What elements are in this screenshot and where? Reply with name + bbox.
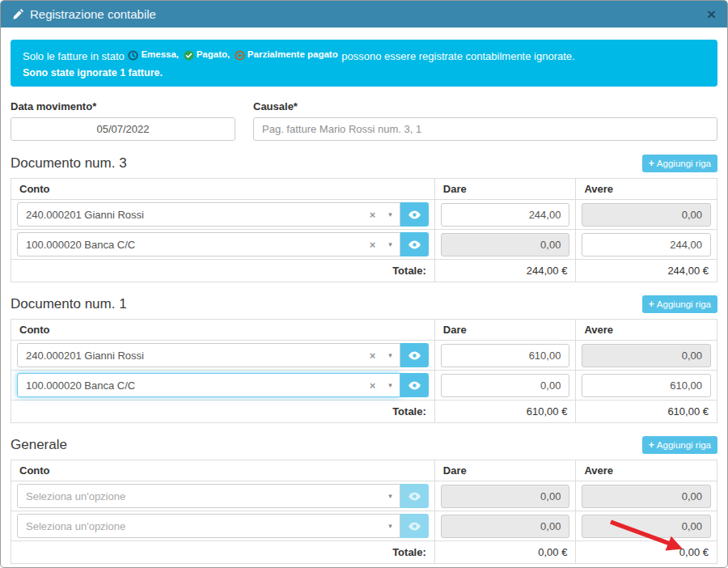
avere-input: [582, 485, 711, 508]
data-movimento-input[interactable]: [11, 117, 235, 141]
table-row: 240.000201 Gianni Rossi × ▾: [11, 341, 717, 371]
clear-icon[interactable]: ×: [370, 209, 376, 221]
chevron-down-icon: ▾: [388, 210, 392, 218]
total-avere: 0,00 €: [576, 541, 717, 564]
close-icon[interactable]: ×: [707, 6, 716, 22]
causale-field: Causale*: [253, 100, 717, 141]
data-movimento-label: Data movimento*: [11, 100, 235, 112]
add-row-button[interactable]: + Aggiungi riga: [642, 436, 717, 454]
info-alert: Solo le fatture in stato Emessa, Pagato,…: [11, 40, 717, 87]
col-header-avere: Avere: [576, 179, 717, 200]
clear-icon[interactable]: ×: [370, 350, 376, 362]
clear-icon[interactable]: ×: [370, 239, 376, 251]
add-row-button[interactable]: + Aggiungi riga: [642, 155, 717, 172]
col-header-avere: Avere: [576, 320, 717, 341]
total-label: Totale:: [11, 541, 435, 564]
eye-icon: [408, 238, 421, 252]
plus-icon: +: [649, 439, 654, 451]
chevron-down-icon: ▾: [388, 381, 392, 389]
modal-header: Registrazione contabile ×: [1, 1, 727, 28]
eye-button[interactable]: [400, 202, 429, 227]
data-movimento-field: Data movimento*: [11, 100, 235, 141]
section-title: Documento num. 3: [11, 155, 127, 172]
eye-icon: [408, 490, 421, 503]
section-title: Generale: [11, 437, 67, 453]
dot-circle-icon: [235, 50, 245, 61]
col-header-conto: Conto: [11, 460, 435, 481]
eye-icon: [408, 208, 421, 222]
conto-select[interactable]: 100.000020 Banca C/C × ▾: [17, 232, 400, 256]
dare-input[interactable]: [441, 344, 570, 367]
table-row: 100.000020 Banca C/C × ▾: [11, 371, 717, 401]
total-label: Totale:: [11, 401, 435, 423]
form-row: Data movimento* Causale*: [11, 100, 717, 141]
chevron-down-icon: ▾: [388, 522, 392, 530]
section-documento-1: Documento num. 1 + Aggiungi riga Conto D…: [11, 295, 717, 423]
eye-button[interactable]: [400, 232, 429, 256]
dare-input[interactable]: [441, 203, 570, 227]
alert-line2: Sono state ignorate 1 fatture.: [23, 67, 705, 78]
avere-input: [582, 203, 711, 227]
chevron-down-icon: ▾: [388, 240, 392, 248]
causale-label: Causale*: [253, 100, 717, 112]
alert-prefix: Solo le fatture in stato: [23, 50, 125, 62]
conto-select[interactable]: Seleziona un'opzione ▾: [17, 484, 400, 508]
eye-icon: [408, 519, 421, 533]
plus-icon: +: [649, 158, 654, 169]
conto-select[interactable]: 100.000020 Banca C/C × ▾: [17, 373, 400, 397]
status-badge-emessa: Emessa,: [128, 47, 179, 62]
accounting-table: Conto Dare Avere 240.000201 Gianni Rossi…: [11, 319, 717, 423]
eye-button: [400, 484, 429, 508]
check-circle-icon: [184, 50, 194, 61]
section-documento-3: Documento num. 3 + Aggiungi riga Conto D…: [11, 155, 717, 282]
col-header-dare: Dare: [434, 320, 576, 341]
conto-select[interactable]: 240.000201 Gianni Rossi × ▾: [17, 343, 400, 367]
section-generale: Generale + Aggiungi riga Conto Dare Aver…: [11, 436, 717, 564]
total-dare: 0,00 €: [434, 541, 576, 564]
col-header-dare: Dare: [434, 460, 576, 481]
total-avere: 610,00 €: [576, 401, 717, 423]
total-dare: 244,00 €: [434, 260, 576, 282]
clock-icon: [128, 50, 138, 61]
table-row: 100.000020 Banca C/C × ▾: [11, 230, 717, 260]
avere-input[interactable]: [582, 374, 711, 397]
total-avere: 244,00 €: [576, 260, 717, 282]
table-row: Seleziona un'opzione ▾: [11, 481, 717, 511]
col-header-conto: Conto: [11, 320, 435, 341]
modal-title: Registrazione contabile: [30, 7, 707, 21]
eye-icon: [408, 349, 421, 362]
avere-input: [582, 344, 711, 367]
alert-line1: Solo le fatture in stato Emessa, Pagato,…: [23, 47, 705, 65]
alert-suffix: possono essere registrate contabilmente …: [341, 50, 574, 62]
total-row: Totale: 0,00 € 0,00 €: [11, 541, 717, 564]
col-header-conto: Conto: [11, 179, 435, 200]
table-row: 240.000201 Gianni Rossi × ▾: [11, 200, 717, 230]
avere-input[interactable]: [582, 233, 711, 256]
eye-button[interactable]: [400, 373, 429, 397]
eye-icon: [408, 379, 421, 392]
conto-select[interactable]: 240.000201 Gianni Rossi × ▾: [17, 202, 400, 227]
registrazione-contabile-modal: Registrazione contabile × Solo le fattur…: [0, 0, 728, 568]
dare-input: [441, 233, 570, 256]
accounting-table: Conto Dare Avere 240.000201 Gianni Rossi…: [11, 178, 717, 282]
col-header-dare: Dare: [434, 179, 576, 200]
status-badge-pagato: Pagato,: [184, 47, 231, 62]
chevron-down-icon: ▾: [388, 351, 392, 359]
add-row-button[interactable]: + Aggiungi riga: [642, 295, 717, 313]
col-header-avere: Avere: [576, 460, 717, 481]
avere-input: [582, 515, 711, 538]
total-dare: 610,00 €: [434, 401, 576, 423]
table-row: Seleziona un'opzione ▾: [11, 511, 717, 541]
eye-button[interactable]: [400, 343, 429, 367]
total-row: Totale: 244,00 € 244,00 €: [11, 260, 717, 282]
dare-input: [441, 515, 570, 538]
clear-icon[interactable]: ×: [370, 379, 376, 392]
pencil-icon: [12, 9, 23, 20]
causale-input[interactable]: [253, 117, 717, 141]
dare-input[interactable]: [441, 374, 570, 397]
accounting-table: Conto Dare Avere Seleziona un'opzione ▾: [11, 460, 717, 564]
conto-select[interactable]: Seleziona un'opzione ▾: [17, 514, 400, 538]
plus-icon: +: [649, 299, 654, 310]
total-row: Totale: 610,00 € 610,00 €: [11, 401, 717, 423]
status-badge-parzialmente-pagato: Parzialmente pagato: [235, 47, 338, 62]
